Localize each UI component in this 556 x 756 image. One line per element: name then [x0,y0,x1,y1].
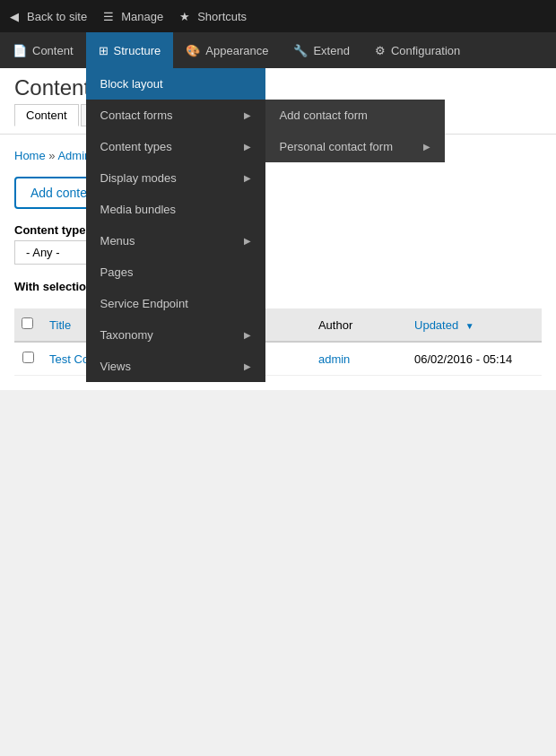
structure-dropdown-menu: Block layout Contact forms ▶ Add contact… [86,68,265,382]
menu-item-content[interactable]: 📄 Content [0,32,86,68]
menu-item-configuration[interactable]: ⚙ Configuration [362,32,473,68]
dropdown-pages[interactable]: Pages [86,256,265,288]
configuration-icon: ⚙ [375,44,386,57]
star-icon: ★ [178,9,192,23]
row-checkbox[interactable] [22,352,34,363]
submenu-personal-contact-form[interactable]: Personal contact form ▶ [265,131,445,162]
page-content: Home » Administrati... Add content Conte… [0,135,556,390]
menu-item-structure[interactable]: ⊞ Structure [86,32,174,68]
chevron-right-icon: ▶ [244,110,251,120]
dropdown-taxonomy[interactable]: Taxonomy ▶ [86,319,265,351]
author-column-header: Author [311,308,407,342]
dropdown-contact-forms[interactable]: Contact forms ▶ Add contact form Persona… [86,100,265,131]
structure-dropdown-container: ⊞ Structure Block layout Contact forms ▶… [86,32,174,68]
dropdown-content-types[interactable]: Content types ▶ [86,131,265,162]
menu-item-extend[interactable]: 🔧 Extend [281,32,361,68]
structure-icon: ⊞ [99,44,109,57]
sort-desc-icon: ▼ [465,321,474,331]
dropdown-block-layout[interactable]: Block layout [86,68,265,100]
appearance-icon: 🎨 [186,44,200,57]
shortcuts-button[interactable]: ★ Shortcuts [178,9,247,23]
dropdown-menus[interactable]: Menus ▶ [86,225,265,256]
with-selection-label: With selection [14,280,93,293]
menu-item-appearance[interactable]: 🎨 Appearance [173,32,281,68]
row-author-cell: admin [311,342,407,376]
content-icon: 📄 [13,44,27,57]
extend-icon: 🔧 [293,44,308,57]
dropdown-media-bundles[interactable]: Media bundles [86,194,265,225]
dropdown-views[interactable]: Views ▶ [86,351,265,382]
select-all-checkbox[interactable] [22,317,33,329]
dropdown-display-modes[interactable]: Display modes ▶ [86,162,265,194]
toolbar: ◀ Back to site ☰ Manage ★ Shortcuts [0,0,556,32]
select-all-header [14,308,42,342]
back-to-site-button[interactable]: ◀ Back to site [7,9,87,23]
row-checkbox-cell [14,342,42,376]
chevron-menus-icon: ▶ [244,236,251,246]
breadcrumb-home[interactable]: Home [14,149,46,162]
chevron-taxonomy-icon: ▶ [244,330,251,340]
dropdown-service-endpoint[interactable]: Service Endpoint [86,288,265,319]
submenu-add-contact-form[interactable]: Add contact form [265,100,445,131]
chevron-content-types-icon: ▶ [244,142,251,152]
chevron-views-icon: ▶ [244,361,251,371]
admin-menu: 📄 Content ⊞ Structure Block layout Conta… [0,32,556,68]
chevron-right-sub-icon: ▶ [423,142,430,152]
tab-content[interactable]: Content [14,104,79,126]
row-updated-cell: 06/02/2016 - 05:14 [407,342,542,376]
row-author-link[interactable]: admin [318,352,350,366]
back-icon: ◀ [7,9,22,23]
manage-icon: ☰ [101,9,116,23]
updated-column-header[interactable]: Updated ▼ [407,308,542,342]
manage-button[interactable]: ☰ Manage [101,9,163,23]
chevron-display-modes-icon: ▶ [244,173,251,183]
contact-forms-submenu: Add contact form Personal contact form ▶ [265,100,445,162]
